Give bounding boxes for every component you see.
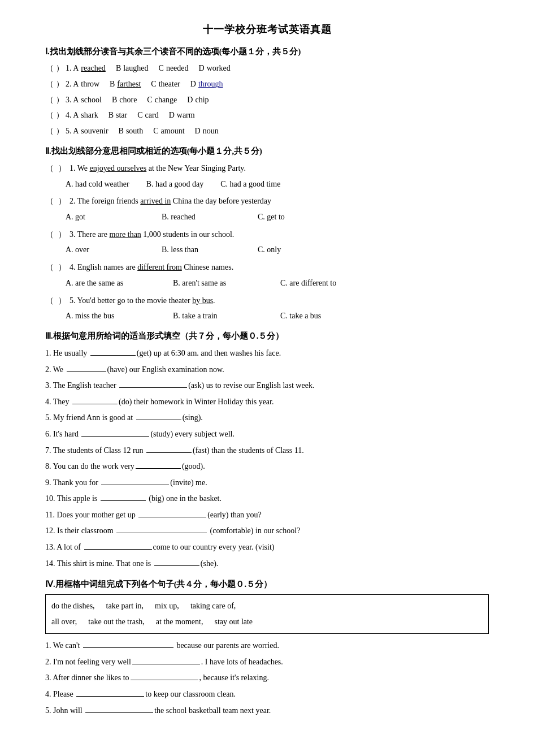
paren: （ <box>45 194 54 209</box>
table-row: （ ） 2. A throw B farthest C theater D th… <box>45 77 489 91</box>
option-d: worked <box>207 62 231 75</box>
option-b: B. aren't same as <box>173 277 263 290</box>
table-row: （ ） 1. A reached B laughed C needed D wo… <box>45 62 489 75</box>
option-b: star <box>116 109 127 122</box>
section4-header: Ⅳ.用框格中词组完成下列各个句子(共４分，每小题０.５分） <box>45 579 489 590</box>
list-item: 2. We (have) our English examination now… <box>45 362 489 378</box>
options-row: A. had cold weather B. had a good day C.… <box>66 178 489 191</box>
options-row: A. over B. less than C. only <box>66 243 489 257</box>
list-item: 7. The students of Class 12 run (fast) t… <box>45 443 489 459</box>
options-row: A. are the same as B. aren't same as C. … <box>66 277 489 290</box>
q-text: 3. There are more than 1,000 students in… <box>70 230 234 239</box>
option-b: B. had a good day <box>146 178 203 191</box>
option-b: B. take a train <box>173 309 263 323</box>
table-row: （ ） 5. A souvenir B south C amount D nou… <box>45 124 489 138</box>
option-c: theater <box>159 77 180 91</box>
option-d-label: D <box>195 124 201 138</box>
option-b-label: B <box>108 109 114 122</box>
paren-close: ） <box>58 227 67 243</box>
paren-close: ） <box>58 260 67 275</box>
list-item: 4. Please to keep our classroom clean. <box>45 687 489 702</box>
q-num: 1. We enjoyed ourselves at the New Year … <box>70 164 246 172</box>
list-item: 4. They (do) their homework in Winter Ho… <box>45 395 489 410</box>
option-c: needed <box>166 62 189 75</box>
option-c: C. only <box>258 243 281 257</box>
paren-close: ） <box>55 93 64 107</box>
list-item: 10. This apple is (big) one in the baske… <box>45 491 489 507</box>
word-box-row: do the dishes, take part in, mix up, tak… <box>51 598 483 614</box>
paren: （ <box>45 161 54 176</box>
table-row: （ ） 4. A shark B star C card D warm <box>45 109 489 122</box>
option-a: A. got <box>66 210 145 224</box>
option-d-label: D <box>190 77 196 91</box>
paren-close: ） <box>58 194 67 209</box>
q-num: 4. A <box>66 109 79 122</box>
word-item: mix up, <box>155 598 179 614</box>
list-item: 1. We can't because our parents are worr… <box>45 638 489 654</box>
option-c: card <box>145 109 159 122</box>
word-item: at the moment, <box>156 614 203 630</box>
word-box-row: all over, take out the trash, at the mom… <box>51 614 483 630</box>
word-item: do the dishes, <box>51 598 95 614</box>
option-a: reached <box>81 62 106 75</box>
option-d-label: D <box>199 62 205 75</box>
option-a: souvenir <box>81 124 108 138</box>
paren: （ <box>45 124 54 138</box>
list-item: 5. John will the school basketball team … <box>45 703 489 719</box>
q-text: 2. The foreign friends arrived in China … <box>70 197 271 205</box>
option-c-label: C <box>153 124 158 138</box>
table-row: （ ） 3. A school B chore C change D chip <box>45 93 489 107</box>
word-item: take out the trash, <box>88 614 145 630</box>
paren-close: ） <box>55 124 64 138</box>
paren-close: ） <box>58 161 67 176</box>
paren: （ <box>45 260 54 275</box>
list-item: 3. After dinner she likes to, because it… <box>45 671 489 686</box>
q-num: 3. A <box>66 93 79 107</box>
list-item: 5. My friend Ann is good at (sing). <box>45 411 489 426</box>
option-b-label: B <box>116 62 121 75</box>
paren-close: ） <box>58 293 67 309</box>
option-c: C. are different to <box>280 277 336 290</box>
option-a: school <box>81 93 102 107</box>
option-a: shark <box>81 109 98 122</box>
paren: （ <box>45 93 54 107</box>
option-b: chore <box>119 93 137 107</box>
list-item: 2. I'm not feeling very well. I have lot… <box>45 655 489 670</box>
option-a: A. over <box>66 243 145 257</box>
option-b: farthest <box>117 77 141 91</box>
word-item: taking care of, <box>190 598 236 614</box>
option-c: change <box>155 93 177 107</box>
q-num: 2. A <box>66 77 79 91</box>
paren: （ <box>45 227 54 243</box>
option-c: C. get to <box>258 210 285 224</box>
list-item: 11. Does your mother get up (early) than… <box>45 508 489 523</box>
paren: （ <box>45 77 54 91</box>
section1-header: Ⅰ.找出划线部分读音与其余三个读音不同的选项(每小题１分，共５分) <box>45 46 489 57</box>
option-b-label: B <box>112 93 117 107</box>
option-a: A. are the same as <box>66 277 156 290</box>
list-item: 9. Thank you for (invite) me. <box>45 476 489 491</box>
option-d-label: D <box>187 93 193 107</box>
option-c-label: C <box>151 77 156 91</box>
option-c: C. had a good time <box>220 178 280 191</box>
option-a: throw <box>81 77 99 91</box>
option-b: laughed <box>123 62 148 75</box>
option-d: warm <box>177 109 195 122</box>
list-item: 12. Is their classroom (comfortable) in … <box>45 524 489 539</box>
list-item: 6. It's hard (study) every subject well. <box>45 427 489 442</box>
options-row: A. miss the bus B. take a train C. take … <box>66 309 489 323</box>
list-item: 13. A lot of come to our country every y… <box>45 540 489 555</box>
option-d: through <box>198 77 223 91</box>
option-b: B. reached <box>162 210 241 224</box>
option-a: A. had cold weather <box>66 178 129 191</box>
list-item: 3. The English teacher (ask) us to revis… <box>45 378 489 394</box>
option-d: chip <box>195 93 209 107</box>
option-b: south <box>126 124 143 138</box>
paren-close: ） <box>55 77 64 91</box>
option-d: noun <box>203 124 219 138</box>
option-b-label: B <box>119 124 124 138</box>
option-a: A. miss the bus <box>66 309 156 323</box>
list-item: 1. He usually (get) up at 6:30 am. and t… <box>45 346 489 361</box>
paren-close: ） <box>55 62 64 75</box>
q-num: 1. A <box>66 62 79 75</box>
